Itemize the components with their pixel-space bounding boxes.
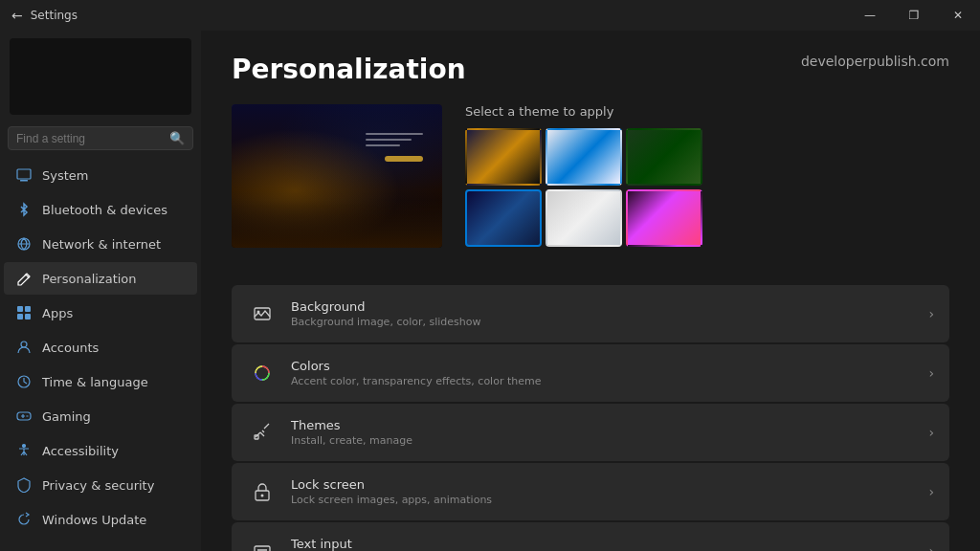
settings-item-title-background: Background bbox=[291, 299, 928, 314]
back-icon[interactable]: ← bbox=[11, 8, 23, 23]
settings-item-text-background: Background Background image, color, slid… bbox=[291, 299, 928, 328]
svg-rect-0 bbox=[17, 169, 31, 179]
svg-point-12 bbox=[257, 311, 260, 314]
search-input[interactable] bbox=[16, 132, 169, 145]
time-icon bbox=[15, 373, 33, 390]
sidebar-item-label-update: Windows Update bbox=[42, 513, 146, 527]
settings-item-themes[interactable]: Themes Install, create, manage › bbox=[232, 404, 949, 461]
theme-label: Select a theme to apply bbox=[465, 104, 702, 119]
background-icon bbox=[247, 298, 278, 329]
svg-rect-14 bbox=[255, 435, 258, 439]
minimize-button[interactable]: — bbox=[848, 0, 892, 31]
theme-item-2[interactable] bbox=[546, 128, 622, 186]
sidebar: 🔍 System Bluetooth & devices Network & i… bbox=[0, 31, 201, 551]
theme-item-5[interactable] bbox=[546, 189, 622, 247]
sidebar-item-personalization[interactable]: Personalization bbox=[4, 262, 197, 295]
svg-point-16 bbox=[261, 495, 264, 497]
settings-item-text-themes: Themes Install, create, manage bbox=[291, 418, 928, 447]
lockscreen-chevron: › bbox=[928, 484, 934, 499]
sidebar-item-label-network: Network & internet bbox=[42, 237, 161, 252]
settings-item-title-lockscreen: Lock screen bbox=[291, 477, 928, 492]
apps-icon bbox=[15, 304, 33, 321]
lockscreen-icon bbox=[247, 476, 278, 507]
sidebar-item-gaming[interactable]: Gaming bbox=[4, 400, 197, 432]
main-layout: 🔍 System Bluetooth & devices Network & i… bbox=[0, 31, 980, 551]
search-box[interactable]: 🔍 bbox=[8, 126, 193, 150]
colors-icon bbox=[247, 358, 278, 388]
sidebar-item-time[interactable]: Time & language bbox=[4, 365, 197, 398]
sidebar-item-label-accessibility: Accessibility bbox=[42, 444, 119, 458]
search-icon: 🔍 bbox=[169, 131, 185, 145]
network-icon bbox=[15, 235, 33, 253]
watermark: developerpublish.com bbox=[801, 54, 949, 69]
svg-rect-5 bbox=[17, 314, 23, 320]
sidebar-item-label-bluetooth: Bluetooth & devices bbox=[42, 203, 167, 217]
sidebar-item-apps[interactable]: Apps bbox=[4, 297, 197, 329]
sidebar-item-label-privacy: Privacy & security bbox=[42, 478, 154, 493]
window-title: Settings bbox=[31, 9, 78, 22]
sidebar-item-network[interactable]: Network & internet bbox=[4, 228, 197, 260]
sidebar-item-system[interactable]: System bbox=[4, 159, 197, 191]
sidebar-item-privacy[interactable]: Privacy & security bbox=[4, 469, 197, 501]
themes-chevron: › bbox=[928, 425, 934, 440]
sidebar-item-label-time: Time & language bbox=[42, 375, 148, 389]
accounts-icon bbox=[15, 339, 33, 356]
svg-rect-3 bbox=[17, 306, 23, 312]
maximize-button[interactable]: ❐ bbox=[892, 0, 936, 31]
system-icon bbox=[15, 166, 33, 184]
theme-grid bbox=[465, 128, 702, 247]
theme-item-3[interactable] bbox=[626, 128, 702, 186]
settings-item-text-lockscreen: Lock screen Lock screen images, apps, an… bbox=[291, 477, 928, 506]
sidebar-item-label-gaming: Gaming bbox=[42, 409, 91, 424]
preview-line-1 bbox=[366, 133, 423, 135]
theme-item-4[interactable] bbox=[465, 189, 542, 247]
page-title: Personalization bbox=[232, 54, 466, 85]
background-chevron: › bbox=[928, 306, 934, 321]
theme-item-6[interactable] bbox=[626, 189, 702, 247]
sidebar-item-label-system: System bbox=[42, 168, 88, 183]
settings-item-colors[interactable]: Colors Accent color, transparency effect… bbox=[232, 344, 949, 402]
accessibility-icon bbox=[15, 442, 33, 459]
settings-item-title-textinput: Text input bbox=[291, 537, 928, 551]
sidebar-item-update[interactable]: Windows Update bbox=[4, 503, 197, 536]
textinput-icon bbox=[247, 536, 278, 551]
settings-item-textinput[interactable]: Text input Touch keyboard, voice typing,… bbox=[232, 522, 949, 551]
svg-rect-1 bbox=[20, 180, 28, 182]
colors-chevron: › bbox=[928, 365, 934, 381]
settings-list: Background Background image, color, slid… bbox=[232, 285, 949, 551]
wallpaper-preview bbox=[232, 104, 442, 248]
theme-section: Select a theme to apply bbox=[465, 104, 702, 247]
theme-item-1[interactable] bbox=[465, 128, 542, 186]
close-button[interactable]: ✕ bbox=[936, 0, 980, 31]
settings-item-desc-background: Background image, color, slideshow bbox=[291, 316, 928, 328]
privacy-icon bbox=[15, 476, 33, 494]
preview-dot bbox=[385, 156, 423, 162]
sidebar-item-accessibility[interactable]: Accessibility bbox=[4, 434, 197, 467]
settings-item-desc-colors: Accent color, transparency effects, colo… bbox=[291, 375, 928, 387]
sidebar-item-label-personalization: Personalization bbox=[42, 272, 137, 286]
user-avatar bbox=[10, 38, 191, 115]
update-icon bbox=[15, 511, 33, 528]
wallpaper-road bbox=[232, 200, 442, 248]
sidebar-item-label-accounts: Accounts bbox=[42, 341, 99, 355]
titlebar: ← Settings — ❐ ✕ bbox=[0, 0, 980, 31]
settings-item-background[interactable]: Background Background image, color, slid… bbox=[232, 285, 949, 342]
settings-item-lockscreen[interactable]: Lock screen Lock screen images, apps, an… bbox=[232, 463, 949, 520]
preview-line-2 bbox=[366, 139, 412, 141]
settings-item-text-textinput: Text input Touch keyboard, voice typing,… bbox=[291, 537, 928, 551]
svg-rect-6 bbox=[25, 314, 31, 320]
preview-line-3 bbox=[366, 144, 400, 146]
sidebar-item-label-apps: Apps bbox=[42, 306, 73, 320]
svg-rect-4 bbox=[25, 306, 31, 312]
svg-point-7 bbox=[21, 342, 27, 347]
sidebar-item-accounts[interactable]: Accounts bbox=[4, 331, 197, 364]
titlebar-left: ← Settings bbox=[11, 8, 78, 23]
settings-item-title-colors: Colors bbox=[291, 359, 928, 373]
bluetooth-icon bbox=[15, 201, 33, 218]
sidebar-item-bluetooth[interactable]: Bluetooth & devices bbox=[4, 193, 197, 226]
settings-item-title-themes: Themes bbox=[291, 418, 928, 432]
wallpaper-lines bbox=[366, 133, 423, 162]
titlebar-controls: — ❐ ✕ bbox=[848, 0, 980, 31]
settings-item-desc-themes: Install, create, manage bbox=[291, 434, 928, 447]
settings-item-desc-lockscreen: Lock screen images, apps, animations bbox=[291, 494, 928, 506]
